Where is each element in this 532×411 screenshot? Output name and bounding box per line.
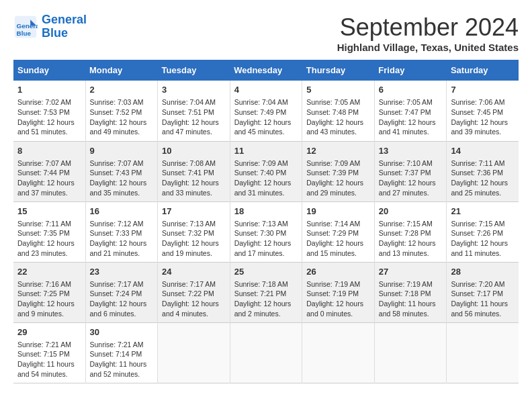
header-day-friday: Friday [374, 60, 447, 81]
day-info-line: Sunset: 7:14 PM [90, 349, 154, 359]
day-info-line: Sunrise: 7:08 AM [162, 158, 226, 169]
day-info-line: Sunrise: 7:03 AM [90, 97, 154, 107]
day-info-line: Sunset: 7:39 PM [306, 168, 370, 178]
calendar-cell: 25Sunrise: 7:18 AMSunset: 7:21 PMDayligh… [230, 262, 302, 322]
day-info-line: and 21 minutes. [90, 248, 154, 259]
day-info-line: Daylight: 11 hours [90, 359, 154, 369]
day-info-line: Sunrise: 7:20 AM [451, 279, 515, 289]
day-info-line: Daylight: 12 hours [306, 118, 370, 128]
day-info-line: Sunrise: 7:13 AM [234, 219, 298, 229]
location: Highland Village, Texas, United States [337, 42, 519, 53]
header-day-thursday: Thursday [302, 60, 375, 81]
day-info-line: and 6 minutes. [90, 309, 154, 319]
day-info-line: Daylight: 12 hours [234, 238, 298, 248]
day-info-line: and 9 minutes. [17, 309, 81, 319]
day-number: 6 [379, 84, 443, 96]
day-info-line: and 33 minutes. [162, 188, 226, 198]
day-info-line: Sunset: 7:33 PM [90, 228, 154, 238]
day-info-line: Daylight: 12 hours [17, 178, 81, 188]
day-info-line: and 15 minutes. [306, 248, 370, 259]
day-number: 23 [90, 266, 154, 278]
header-day-monday: Monday [85, 60, 158, 81]
week-row-2: 8Sunrise: 7:07 AMSunset: 7:44 PMDaylight… [13, 141, 519, 201]
day-number: 27 [379, 266, 443, 278]
logo-line1: General [42, 13, 87, 26]
day-number: 14 [451, 145, 515, 157]
day-number: 24 [162, 266, 226, 278]
day-number: 17 [162, 205, 226, 218]
day-info-line: Daylight: 12 hours [17, 238, 81, 248]
day-info-line: Sunrise: 7:19 AM [306, 279, 370, 289]
header: General Blue General Blue September 2024… [13, 13, 519, 53]
day-info-line: Sunset: 7:53 PM [17, 107, 81, 118]
calendar-cell: 18Sunrise: 7:13 AMSunset: 7:30 PMDayligh… [230, 201, 302, 262]
calendar-cell: 24Sunrise: 7:17 AMSunset: 7:22 PMDayligh… [158, 262, 230, 322]
day-info-line: and 47 minutes. [162, 127, 226, 137]
day-info-line: Sunset: 7:21 PM [234, 289, 298, 299]
day-info-line: Daylight: 12 hours [90, 178, 154, 188]
day-number: 29 [17, 326, 81, 338]
calendar-cell: 3Sunrise: 7:04 AMSunset: 7:51 PMDaylight… [158, 81, 230, 141]
day-info-line: Sunset: 7:43 PM [90, 168, 154, 178]
calendar-cell: 27Sunrise: 7:19 AMSunset: 7:18 PMDayligh… [374, 262, 447, 322]
day-info-line: Daylight: 12 hours [234, 299, 298, 309]
day-info-line: Daylight: 12 hours [379, 178, 443, 188]
day-info-line: Daylight: 12 hours [306, 238, 370, 248]
day-info-line: Sunrise: 7:09 AM [234, 158, 298, 169]
logo-icon: General Blue [13, 15, 38, 39]
day-info-line: Daylight: 12 hours [379, 118, 443, 128]
day-info-line: Sunrise: 7:11 AM [451, 158, 515, 169]
day-info-line: Sunrise: 7:04 AM [234, 97, 298, 107]
day-info-line: Sunset: 7:49 PM [234, 107, 298, 118]
calendar-cell [230, 322, 302, 383]
day-number: 26 [306, 266, 370, 278]
day-number: 8 [17, 145, 81, 157]
calendar-cell: 1Sunrise: 7:02 AMSunset: 7:53 PMDaylight… [13, 81, 85, 141]
calendar-cell: 16Sunrise: 7:12 AMSunset: 7:33 PMDayligh… [85, 201, 158, 262]
day-info-line: Sunrise: 7:17 AM [162, 279, 226, 289]
day-number: 4 [234, 84, 298, 96]
week-row-3: 15Sunrise: 7:11 AMSunset: 7:35 PMDayligh… [13, 201, 519, 262]
header-day-sunday: Sunday [13, 60, 85, 81]
day-info-line: Sunrise: 7:13 AM [162, 219, 226, 229]
calendar-cell: 19Sunrise: 7:14 AMSunset: 7:29 PMDayligh… [302, 201, 375, 262]
day-info-line: Sunrise: 7:14 AM [306, 219, 370, 229]
calendar-cell: 11Sunrise: 7:09 AMSunset: 7:40 PMDayligh… [230, 141, 302, 201]
day-info-line: and 19 minutes. [162, 248, 226, 259]
day-info-line: Sunset: 7:30 PM [234, 228, 298, 238]
day-info-line: and 25 minutes. [451, 188, 515, 198]
calendar-cell: 8Sunrise: 7:07 AMSunset: 7:44 PMDaylight… [13, 141, 85, 201]
day-number: 12 [306, 145, 370, 157]
day-info-line: Daylight: 11 hours [451, 299, 515, 309]
day-info-line: Daylight: 12 hours [162, 118, 226, 128]
day-number: 21 [451, 205, 515, 218]
svg-text:Blue: Blue [17, 29, 32, 36]
svg-text:General: General [17, 22, 38, 30]
day-info-line: Sunrise: 7:21 AM [90, 340, 154, 350]
calendar-cell: 7Sunrise: 7:06 AMSunset: 7:45 PMDaylight… [447, 81, 519, 141]
day-info-line: Sunset: 7:29 PM [306, 228, 370, 238]
day-info-line: and 56 minutes. [451, 309, 515, 319]
day-info-line: and 27 minutes. [379, 188, 443, 198]
week-row-4: 22Sunrise: 7:16 AMSunset: 7:25 PMDayligh… [13, 262, 519, 322]
day-info-line: Sunrise: 7:02 AM [17, 97, 81, 107]
header-row: SundayMondayTuesdayWednesdayThursdayFrid… [13, 60, 519, 81]
calendar-cell: 20Sunrise: 7:15 AMSunset: 7:28 PMDayligh… [374, 201, 447, 262]
day-info-line: Sunrise: 7:06 AM [451, 97, 515, 107]
calendar-body: 1Sunrise: 7:02 AMSunset: 7:53 PMDaylight… [13, 81, 519, 383]
title-area: September 2024 Highland Village, Texas, … [337, 13, 519, 53]
day-info-line: Sunrise: 7:07 AM [17, 158, 81, 169]
day-info-line: and 0 minutes. [306, 309, 370, 319]
day-number: 18 [234, 205, 298, 218]
day-info-line: and 17 minutes. [234, 248, 298, 259]
day-number: 20 [379, 205, 443, 218]
day-number: 7 [451, 84, 515, 96]
logo-line2: Blue [42, 26, 68, 40]
day-info-line: and 39 minutes. [451, 127, 515, 137]
calendar-cell: 13Sunrise: 7:10 AMSunset: 7:37 PMDayligh… [374, 141, 447, 201]
day-info-line: Sunset: 7:36 PM [451, 168, 515, 178]
day-info-line: Sunset: 7:19 PM [306, 289, 370, 299]
day-info-line: Sunrise: 7:17 AM [90, 279, 154, 289]
day-info-line: Sunrise: 7:18 AM [234, 279, 298, 289]
calendar-cell [158, 322, 230, 383]
